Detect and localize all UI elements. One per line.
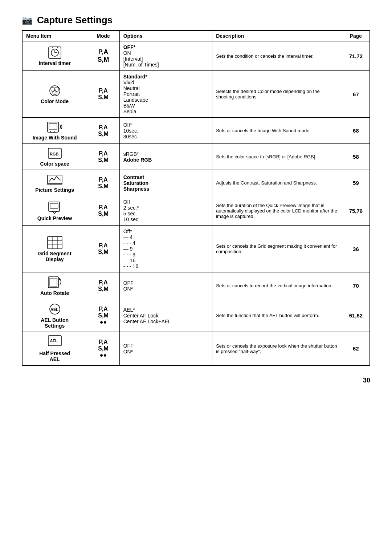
options-ael-button: AEL*Center AF LockCenter AF Lock+AEL (119, 299, 212, 332)
mode-image-with-sound: P,AS,M (87, 118, 119, 144)
color-space-label: Color space (26, 161, 83, 167)
col-header-page: Page (342, 31, 370, 41)
svg-text:RGB: RGB (50, 152, 59, 156)
desc-color-space: Sets the color space to [sRGB] or [Adobe… (212, 144, 342, 170)
mode-grid-segment: P,AS,M (87, 226, 119, 272)
desc-color-mode: Selects the desired Color mode depending… (212, 71, 342, 118)
page-half-pressed: 62 (342, 332, 370, 366)
page-image-with-sound: 68 (342, 118, 370, 144)
menu-item-half-pressed: AEL Half PressedAEL (22, 332, 87, 366)
table-row: AEL AEL ButtonSettings P,AS,M●● AEL*Cent… (22, 299, 370, 332)
desc-half-pressed: Sets or cancels the exposure lock when t… (212, 332, 342, 366)
menu-item-grid-segment: Grid SegmentDisplay (22, 226, 87, 272)
menu-item-ael-button: AEL AEL ButtonSettings (22, 299, 87, 332)
page-auto-rotate: 70 (342, 272, 370, 299)
col-header-description: Description (212, 31, 342, 41)
color-mode-label: Color Mode (26, 98, 83, 104)
page-ael-button: 61,62 (342, 299, 370, 332)
color-mode-icon (26, 84, 83, 97)
svg-text:)): )) (60, 124, 62, 129)
grid-segment-label: Grid SegmentDisplay (26, 251, 83, 262)
menu-item-quick-preview: Quick Preview (22, 196, 87, 226)
table-row: Auto Rotate P,AS,M OFFON* Sets or cancel… (22, 272, 370, 299)
half-pressed-ael-icon: AEL (26, 335, 83, 349)
image-with-sound-label: Image With Sound (26, 135, 83, 141)
page-picture-settings: 59 (342, 170, 370, 196)
auto-rotate-label: Auto Rotate (26, 290, 83, 296)
svg-text:AEL: AEL (50, 339, 57, 343)
grid-segment-icon (26, 236, 83, 250)
page-title: 📷 Capture Settings (22, 15, 370, 26)
ael-button-label: AEL ButtonSettings (26, 317, 83, 329)
menu-item-interval-timer: Interval timer (22, 41, 87, 71)
page-interval-timer: 71,72 (342, 41, 370, 71)
table-row: AEL Half PressedAEL P,AS,M●● OFFON* Sets… (22, 332, 370, 366)
image-with-sound-icon: )) (26, 121, 83, 134)
desc-quick-preview: Sets the duration of the Quick Preview i… (212, 196, 342, 226)
desc-picture-settings: Adjusts the Contrast, Saturation and Sha… (212, 170, 342, 196)
page-color-space: 58 (342, 144, 370, 170)
page-quick-preview: 75,76 (342, 196, 370, 226)
svg-rect-24 (48, 236, 62, 249)
menu-item-color-mode: Color Mode (22, 71, 87, 118)
half-pressed-label: Half PressedAEL (26, 351, 83, 362)
options-auto-rotate: OFFON* (119, 272, 212, 299)
mode-auto-rotate: P,AS,M (87, 272, 119, 299)
menu-item-image-with-sound: )) Image With Sound (22, 118, 87, 144)
page-color-mode: 67 (342, 71, 370, 118)
desc-grid-segment: Sets or cancels the Grid segment making … (212, 226, 342, 272)
desc-auto-rotate: Sets or cancels to record the vertical i… (212, 272, 342, 299)
svg-text:AEL: AEL (50, 307, 58, 312)
col-header-options: Options (119, 31, 212, 41)
picture-settings-label: Picture Settings (26, 187, 83, 193)
page-grid-segment: 36 (342, 226, 370, 272)
ael-button-icon: AEL (26, 302, 83, 316)
menu-item-color-space: RGB Color space (22, 144, 87, 170)
options-interval-timer: OFF*ON[Interval][Num. of Times] (119, 41, 212, 71)
page-number-bottom: 30 (22, 377, 370, 384)
page-number-text: 30 (363, 377, 370, 384)
auto-rotate-icon (26, 275, 83, 289)
mode-ael-button: P,AS,M●● (87, 299, 119, 332)
interval-timer-icon (26, 46, 83, 59)
table-row: Color Mode P,AS,M Standard*VividNeutralP… (22, 71, 370, 118)
mode-quick-preview: P,AS,M (87, 196, 119, 226)
table-row: Grid SegmentDisplay P,AS,M Off*— 4- - - … (22, 226, 370, 272)
svg-point-9 (53, 90, 57, 95)
quick-preview-icon (26, 200, 83, 214)
mode-color-mode: P,AS,M (87, 71, 119, 118)
col-header-menu-item: Menu Item (22, 31, 87, 41)
menu-item-picture-settings: Picture Settings (22, 170, 87, 196)
options-picture-settings: ContrastSaturationSharpness (119, 170, 212, 196)
svg-line-22 (52, 211, 54, 214)
mode-picture-settings: P,AS,M (87, 170, 119, 196)
desc-interval-timer: Sets the condition or cancels the interv… (212, 41, 342, 71)
color-space-icon: RGB (26, 147, 83, 160)
mode-color-space: P,AS,M (87, 144, 119, 170)
capture-settings-table: Menu Item Mode Options Description Page (22, 30, 370, 366)
interval-timer-label: Interval timer (26, 60, 83, 66)
options-color-mode: Standard*VividNeutralPortraitLandscapeB&… (119, 71, 212, 118)
desc-image-with-sound: Sets or cancels the Image With Sound mod… (212, 118, 342, 144)
table-row: )) Image With Sound P,AS,M Off*10sec.30s… (22, 118, 370, 144)
options-grid-segment: Off*— 4- - - 4— 9- - - 9— 16- - - 16 (119, 226, 212, 272)
table-row: RGB Color space P,AS,M sRGB*Adobe RGB Se… (22, 144, 370, 170)
options-color-space: sRGB*Adobe RGB (119, 144, 212, 170)
mode-half-pressed: P,AS,M●● (87, 332, 119, 366)
title-text: Capture Settings (37, 15, 113, 26)
desc-ael-button: Sets the function that the AEL button wi… (212, 299, 342, 332)
options-quick-preview: Off2 sec.*5 sec.10 sec. (119, 196, 212, 226)
col-header-mode: Mode (87, 31, 119, 41)
table-row: Picture Settings P,AS,M ContrastSaturati… (22, 170, 370, 196)
camera-icon: 📷 (22, 15, 33, 25)
options-half-pressed: OFFON* (119, 332, 212, 366)
svg-line-23 (54, 211, 57, 214)
svg-rect-21 (50, 203, 58, 208)
picture-settings-icon (26, 173, 83, 186)
mode-interval-timer: P,A S,M (87, 41, 119, 71)
options-image-with-sound: Off*10sec.30sec. (119, 118, 212, 144)
svg-rect-11 (49, 123, 57, 129)
menu-item-auto-rotate: Auto Rotate (22, 272, 87, 299)
svg-rect-30 (50, 278, 57, 286)
quick-preview-label: Quick Preview (26, 215, 83, 221)
